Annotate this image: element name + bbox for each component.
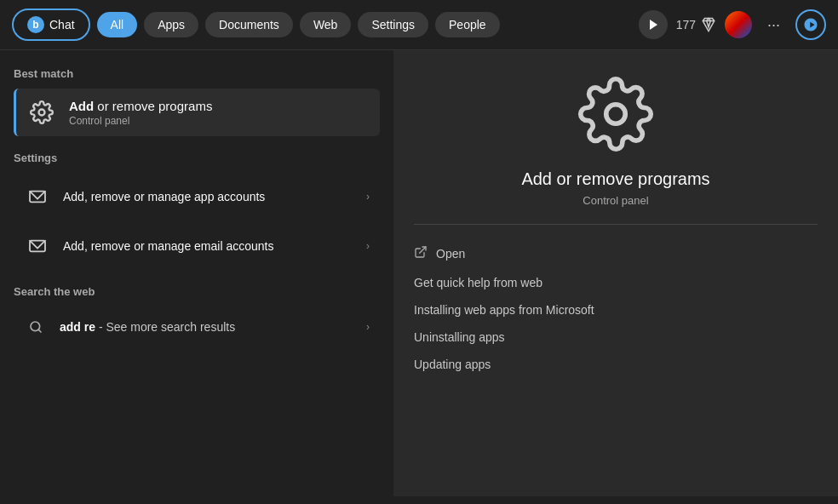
link-1[interactable]: Uninstalling apps [414, 324, 818, 351]
settings-item-label-0: Add, remove or manage app accounts [63, 190, 354, 203]
score-badge: 177 [676, 17, 716, 32]
chat-tab[interactable]: b Chat [12, 9, 90, 41]
tab-all[interactable]: All [97, 12, 138, 37]
svg-marker-0 [650, 20, 657, 30]
settings-item-1[interactable]: Add, remove or manage email accounts › [14, 222, 380, 270]
link-0[interactable]: Installing web apps from Microsoft [414, 296, 818, 324]
quick-help-link[interactable]: Get quick help from web [414, 269, 818, 296]
chat-tab-label: Chat [49, 18, 75, 32]
best-match-label: Best match [14, 67, 380, 80]
rp-title-text: Add or remove programs [521, 169, 709, 188]
more-icon: ··· [767, 16, 780, 33]
web-search-bold: add re [60, 320, 95, 334]
best-match-text: Add or remove programs Control panel [69, 99, 212, 127]
topbar: b Chat All Apps Documents Web Settings P… [0, 0, 838, 50]
main-content: Best match Add or remove programs Contro… [0, 50, 838, 496]
svg-line-5 [38, 329, 41, 332]
best-match-subtitle: Control panel [69, 115, 212, 127]
svg-point-1 [39, 110, 45, 116]
app-icon [577, 76, 654, 152]
best-match-title-rest: or remove programs [94, 99, 212, 113]
bing-circle-button[interactable] [795, 9, 826, 40]
settings-gear-icon [26, 97, 57, 128]
web-search-text: add re - See more search results [60, 320, 354, 334]
open-action[interactable]: Open [414, 238, 818, 269]
tab-web[interactable]: Web [300, 12, 352, 37]
rp-divider [414, 224, 818, 225]
best-match-item[interactable]: Add or remove programs Control panel [14, 89, 380, 136]
tab-documents[interactable]: Documents [205, 12, 293, 37]
envelope-icon-0 [24, 183, 51, 210]
web-label: Search the web [14, 285, 380, 298]
rp-subtitle: Control panel [583, 194, 648, 207]
left-panel: Best match Add or remove programs Contro… [0, 50, 393, 496]
best-match-title: Add or remove programs [69, 99, 212, 113]
svg-point-6 [606, 105, 626, 124]
settings-item-0[interactable]: Add, remove or manage app accounts › [14, 173, 380, 220]
web-search-rest: - See more search results [95, 320, 235, 334]
link-2[interactable]: Updating apps [414, 351, 818, 378]
chevron-right-icon-0: › [366, 191, 370, 203]
more-button[interactable]: ··· [761, 13, 787, 37]
search-icon [24, 315, 48, 339]
chevron-right-icon-web: › [366, 321, 370, 333]
tab-apps[interactable]: Apps [144, 12, 198, 37]
svg-line-7 [420, 247, 426, 253]
envelope-icon-1 [24, 232, 51, 260]
topbar-right: 177 ··· [639, 9, 826, 40]
tab-settings[interactable]: Settings [358, 12, 428, 37]
right-panel: Add or remove programs Control panel Ope… [393, 50, 838, 496]
open-label: Open [436, 247, 465, 261]
score-value: 177 [676, 18, 696, 32]
avatar[interactable] [725, 11, 752, 38]
best-match-title-bold: Add [69, 99, 94, 113]
tab-people[interactable]: People [435, 12, 500, 37]
web-search-item[interactable]: add re - See more search results › [14, 306, 380, 347]
chevron-right-icon-1: › [366, 240, 370, 252]
bing-icon: b [27, 16, 44, 33]
settings-item-label-1: Add, remove or manage email accounts [63, 239, 354, 253]
play-button[interactable] [639, 10, 668, 39]
external-link-icon [414, 245, 428, 262]
rp-title: Add or remove programs [521, 169, 709, 189]
settings-section: Settings Add, remove or manage app accou… [14, 152, 380, 270]
web-section: Search the web add re - See more search … [14, 285, 380, 347]
settings-label: Settings [14, 152, 380, 164]
